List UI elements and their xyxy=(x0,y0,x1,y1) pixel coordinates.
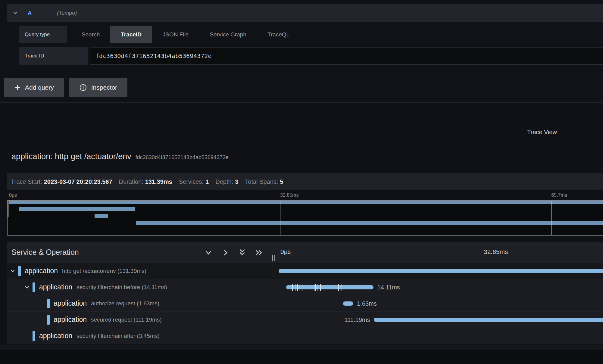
add-query-label: Add query xyxy=(25,84,54,91)
grafana-explore-page: A (Tempo) Query type SearchTraceIDJSON F… xyxy=(0,0,603,364)
span-name-cell[interactable]: applicationhttp get /actuator/env (131.3… xyxy=(7,263,278,279)
inspector-button[interactable]: Inspector xyxy=(69,78,127,97)
minimap-span-bar xyxy=(95,214,108,218)
span-name-cell[interactable]: applicationauthorize request (1.63ms) xyxy=(7,295,278,311)
expand-one-button[interactable] xyxy=(221,249,229,257)
trace-id-input[interactable] xyxy=(90,47,603,65)
span-duration-bar[interactable] xyxy=(279,269,603,273)
span-duration-label: 14.11ms xyxy=(377,284,400,291)
query-actions: Add query Inspector xyxy=(4,78,127,97)
span-log-tick xyxy=(295,284,295,291)
minimap-span-bar xyxy=(136,221,603,225)
info-circle-icon xyxy=(79,84,87,91)
service-name: application xyxy=(25,267,58,275)
span-row[interactable]: applicationsecurity filterchain after (3… xyxy=(7,328,603,344)
span-collapse-toggle[interactable] xyxy=(10,268,16,274)
service-color-indicator xyxy=(33,331,35,341)
span-log-tick xyxy=(342,284,342,291)
grid-bottom-strip xyxy=(0,345,603,350)
page-bottom-area xyxy=(0,350,603,364)
service-color-indicator xyxy=(33,282,35,292)
span-row[interactable]: applicationauthorize request (1.63ms)1.6… xyxy=(7,295,603,312)
span-log-tick xyxy=(340,284,340,291)
operation-name: security filterchain before (14.11ms) xyxy=(77,284,167,291)
service-name: application xyxy=(39,332,72,340)
timeline-header-tick: 32.85ms xyxy=(484,248,508,255)
trace-title-id: fdc3630d4f371652143b4ab53694372e xyxy=(136,154,229,161)
meta-item: Duration:131.39ms xyxy=(119,178,172,185)
tab-json-file[interactable]: JSON File xyxy=(152,26,199,43)
axis-tick-label: 65.7ms xyxy=(551,193,567,198)
span-timeline-cell[interactable]: 1.63ms xyxy=(278,295,603,311)
query-editor-header: A (Tempo) xyxy=(7,4,603,22)
span-timeline-cell[interactable] xyxy=(278,263,603,279)
service-color-indicator xyxy=(47,315,50,325)
collapse-all-button[interactable] xyxy=(238,249,246,257)
span-name-cell[interactable]: applicationsecured request (111.19ms) xyxy=(7,312,278,328)
span-name-cell[interactable]: applicationsecurity filterchain before (… xyxy=(7,279,278,295)
minimap-time-line xyxy=(280,201,280,235)
span-timeline-cell[interactable]: 111.19ms xyxy=(278,312,603,328)
tab-traceid[interactable]: TraceID xyxy=(110,26,152,43)
span-row[interactable]: applicationsecurity filterchain before (… xyxy=(7,279,603,295)
span-timeline-cell[interactable] xyxy=(278,328,603,344)
chevron-down-icon xyxy=(24,285,30,290)
span-duration-label: 111.19ms xyxy=(345,316,370,323)
service-name: application xyxy=(54,316,87,324)
service-color-indicator xyxy=(47,299,50,308)
meta-item: Trace Start:2023-03-07 20:20:23.567 xyxy=(11,178,112,185)
span-log-tick xyxy=(338,284,339,291)
trace-title: application: http get /actuator/env fdc3… xyxy=(11,152,229,161)
service-name: application xyxy=(54,299,87,307)
span-duration-bar[interactable] xyxy=(343,301,353,306)
collapse-controls xyxy=(205,249,263,257)
axis-tick-label: 0µs xyxy=(9,193,17,198)
span-indent-spacer xyxy=(24,333,30,339)
span-duration-label: 1.63ms xyxy=(357,300,377,307)
add-query-button[interactable]: Add query xyxy=(4,78,64,97)
operation-name: secured request (111.19ms) xyxy=(91,316,162,323)
grid-header: Service & Operation xyxy=(7,242,603,263)
query-type-tab-group: SearchTraceIDJSON FileService GraphTrace… xyxy=(71,26,300,43)
chevron-down-icon xyxy=(13,10,18,16)
panel-title: Trace View xyxy=(527,129,557,136)
chevron-down-icon xyxy=(10,268,15,274)
trace-id-label: Trace ID xyxy=(19,47,88,65)
timeline-minimap[interactable] xyxy=(7,200,603,236)
inspector-label: Inspector xyxy=(91,84,117,91)
datasource-name: (Tempo) xyxy=(57,10,77,16)
query-type-row: Query type SearchTraceIDJSON FileService… xyxy=(19,26,300,43)
service-operation-header: Service & Operation xyxy=(11,248,79,257)
tab-service-graph[interactable]: Service Graph xyxy=(199,26,257,43)
span-log-tick xyxy=(315,284,316,291)
span-timeline-cell[interactable]: 14.11ms xyxy=(278,279,603,295)
column-resize-grabber-icon[interactable] xyxy=(271,254,276,262)
span-row[interactable]: applicationhttp get /actuator/env (131.3… xyxy=(7,263,603,279)
query-ref-id[interactable]: A xyxy=(28,10,32,16)
span-log-tick xyxy=(299,284,299,291)
tab-traceql[interactable]: TraceQL xyxy=(257,26,300,43)
span-log-tick xyxy=(319,284,319,291)
collapse-one-button[interactable] xyxy=(205,249,212,257)
query-type-label: Query type xyxy=(19,26,67,43)
axis-tick-label: 32.85ms xyxy=(280,193,298,198)
span-row[interactable]: applicationsecured request (111.19ms)111… xyxy=(7,312,603,328)
meta-item: Services:1 xyxy=(179,178,209,185)
span-name-cell[interactable]: applicationsecurity filterchain after (3… xyxy=(7,328,278,344)
operation-name: authorize request (1.63ms) xyxy=(91,300,159,307)
span-collapse-toggle[interactable] xyxy=(24,284,30,290)
tab-search[interactable]: Search xyxy=(71,26,110,43)
double-chevron-down-icon xyxy=(238,249,246,257)
span-log-tick xyxy=(320,284,321,291)
query-collapse-button[interactable] xyxy=(11,9,19,17)
meta-item: Depth:3 xyxy=(215,178,238,185)
trace-title-text: application: http get /actuator/env xyxy=(11,152,131,161)
minimap-time-line xyxy=(551,201,551,235)
timeline-header-tick: 0µs xyxy=(280,248,291,255)
span-rows: applicationhttp get /actuator/env (131.3… xyxy=(7,263,603,344)
expand-all-button[interactable] xyxy=(255,249,263,257)
minimap-span-bar xyxy=(9,201,603,204)
span-log-tick xyxy=(292,284,293,291)
span-duration-bar[interactable] xyxy=(374,318,603,322)
service-color-indicator xyxy=(18,266,21,276)
